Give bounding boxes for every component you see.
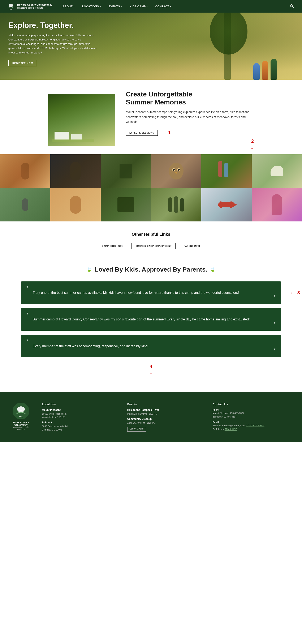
photo-cell-9 xyxy=(101,188,151,222)
search-icon[interactable] xyxy=(288,4,296,8)
explore-row: EXPLORE SESSIONS ← 1 xyxy=(126,129,254,136)
footer-contact-col: Contact Us Phone Mount Pleasant: 410-465… xyxy=(212,403,290,431)
hero-title: Explore. Together. xyxy=(8,21,98,30)
summer-camp-employment-button[interactable]: SUMMER CAMP EMPLOYMENT xyxy=(132,243,176,249)
footer-phone-belmont: Belmont: 410-465-8337 xyxy=(212,415,290,419)
testimonial-text-2: Summer camp at Howard County Conservancy… xyxy=(28,314,274,324)
footer-location-mount-pleasant-addr: 10520 Old Frederick Rd, Woodstock, MD 21… xyxy=(42,412,119,419)
photo-cell-4 xyxy=(151,154,201,188)
nav-item-about[interactable]: ABOUT ▾ xyxy=(58,0,78,12)
testimonial-text-3: Every member of the staff was accomodati… xyxy=(28,341,274,351)
photo-cell-1 xyxy=(0,154,50,188)
annotation-arrow-3: ← 3 xyxy=(290,289,300,296)
footer-event-2-date: April 17, 3:00 PM - 5:30 PM xyxy=(127,421,204,425)
quote-open-icon: " xyxy=(25,285,28,292)
svg-point-6 xyxy=(17,406,25,412)
testimonial-card-2: " Summer camp at Howard County Conservan… xyxy=(21,308,281,330)
footer-locations-title: Locations xyxy=(42,403,119,406)
leaf-left-icon: 🍃 xyxy=(86,267,92,272)
photo-cell-8 xyxy=(50,188,101,222)
register-now-button[interactable]: REGISTER NOW xyxy=(8,60,37,66)
chevron-down-icon: ▾ xyxy=(74,5,75,7)
helpful-links-list: CAMP BROCHURE SUMMER CAMP EMPLOYMENT PAR… xyxy=(8,243,294,249)
explore-sessions-button[interactable]: EXPLORE SESSIONS xyxy=(126,130,158,136)
footer-logo-name: Howard County Conservancy xyxy=(12,422,29,426)
navigation: HCC Howard County Conservancy connecting… xyxy=(0,0,302,12)
figure-3 xyxy=(270,59,277,80)
create-text: Create Unforgettable Summer Memories Mou… xyxy=(126,90,254,150)
figure-1 xyxy=(253,63,260,80)
footer-phone-mp: Mount Pleasant: 410-465-8877 xyxy=(212,412,290,415)
testimonial-1-wrapper: " Truly one of the best summer camps ava… xyxy=(21,282,281,304)
figure-2 xyxy=(262,61,268,80)
create-body: Mount Pleasant summer camps help young e… xyxy=(126,110,254,124)
create-memories-section: Create Unforgettable Summer Memories Mou… xyxy=(36,80,266,154)
quote-close-icon: " xyxy=(274,294,277,301)
footer-email-list: Or Join our EMAIL LIST xyxy=(212,428,290,431)
chevron-down-icon: ▾ xyxy=(170,5,171,7)
svg-text:HCC: HCC xyxy=(10,8,12,10)
footer-phone-label: Phone xyxy=(212,408,290,411)
create-inner: Create Unforgettable Summer Memories Mou… xyxy=(48,90,254,150)
photo-cell-10 xyxy=(151,188,201,222)
parent-info-button[interactable]: PARENT INFO xyxy=(180,243,204,249)
footer-location-belmont-addr: 6853 Belmont Woods Rd Elkridge, MD 21075 xyxy=(42,425,119,432)
photo-cell-11 xyxy=(201,188,252,222)
photo-cell-7 xyxy=(0,188,50,222)
create-heading: Create Unforgettable Summer Memories xyxy=(126,90,254,106)
footer-logo[interactable]: HCC Howard County Conservancy connecting… xyxy=(12,403,29,430)
photo-cell-12 xyxy=(252,188,302,222)
photo-cell-2 xyxy=(50,154,101,188)
nav-item-events[interactable]: EVENTS ▾ xyxy=(105,0,126,12)
logo[interactable]: HCC Howard County Conservancy connecting… xyxy=(6,2,52,11)
photo-grid xyxy=(0,154,302,222)
quote-close-icon-3: " xyxy=(274,347,277,355)
footer-email-text: Send us a message through our CONTACT FO… xyxy=(212,424,290,428)
nav-item-contact[interactable]: CONTACT ▾ xyxy=(152,0,175,12)
photo-cell-3 xyxy=(101,154,151,188)
footer: HCC Howard County Conservancy connecting… xyxy=(0,392,302,442)
footer-location-mount-pleasant-name: Mount Pleasant xyxy=(42,408,119,412)
create-image xyxy=(48,94,115,146)
footer-email-label: Email xyxy=(212,421,290,424)
footer-location-belmont-name: Belmont xyxy=(42,421,119,424)
footer-event-1-date: March 29, 6:00 PM - 8:00 PM xyxy=(127,412,204,416)
farm-building xyxy=(54,132,69,140)
svg-point-1 xyxy=(9,4,13,7)
footer-event-1-name: Hike to the Patapsco River xyxy=(127,408,204,412)
field xyxy=(52,139,94,142)
annotation-arrow-1: ← 1 xyxy=(161,129,171,136)
hero-content: Explore. Together. Make new friends, pla… xyxy=(8,21,98,66)
email-list-link[interactable]: EMAIL LIST xyxy=(224,428,237,430)
nav-item-kids-camp[interactable]: KIDS/CAMP ▾ xyxy=(126,0,152,12)
footer-events-title: Events xyxy=(127,403,204,406)
photo-grid-section xyxy=(0,154,302,222)
footer-event-2-name: Community Cleanup xyxy=(127,418,204,420)
camp-brochure-button[interactable]: CAMP BROCHURE xyxy=(98,243,128,249)
annotation-arrow-4: 4 ↓ xyxy=(21,362,281,382)
chevron-down-icon: ▾ xyxy=(146,5,148,7)
footer-logo-sub: connecting people to nature xyxy=(12,426,29,430)
quote-open-icon-2: " xyxy=(25,312,28,319)
contact-form-link[interactable]: CONTACT FORM xyxy=(246,424,264,427)
footer-events-col: Events Hike to the Patapsco River March … xyxy=(127,403,204,432)
footer-contact-title: Contact Us xyxy=(212,403,290,406)
quote-close-icon-2: " xyxy=(274,321,277,328)
footer-logo-icon: HCC xyxy=(12,403,29,420)
testimonials-section: 🍃 Loved By Kids. Approved By Parents. 🍃 … xyxy=(0,256,302,392)
testimonial-card-3: " Every member of the staff was accomoda… xyxy=(21,335,281,357)
chevron-down-icon: ▾ xyxy=(121,5,122,7)
nav-item-locations[interactable]: LOCATIONS ▾ xyxy=(78,0,105,12)
helpful-links-title: Other Helpful Links xyxy=(8,232,294,237)
hero-figures xyxy=(253,59,277,80)
svg-text:HCC: HCC xyxy=(19,416,23,418)
quote-open-icon-3: " xyxy=(25,338,28,346)
helpful-links-section: Other Helpful Links CAMP BROCHURE SUMMER… xyxy=(0,222,302,256)
nav-links: ABOUT ▾ LOCATIONS ▾ EVENTS ▾ KIDS/CAMP ▾… xyxy=(58,0,288,12)
footer-locations-col: Locations Mount Pleasant 10520 Old Frede… xyxy=(42,403,119,432)
svg-line-4 xyxy=(292,6,294,8)
view-more-button[interactable]: VIEW MORE xyxy=(127,427,146,432)
hero-body: Make new friends, play among the trees, … xyxy=(8,33,98,55)
hero-section: Explore. Together. Make new friends, pla… xyxy=(0,12,302,80)
loved-title: 🍃 Loved By Kids. Approved By Parents. 🍃 xyxy=(21,266,281,273)
